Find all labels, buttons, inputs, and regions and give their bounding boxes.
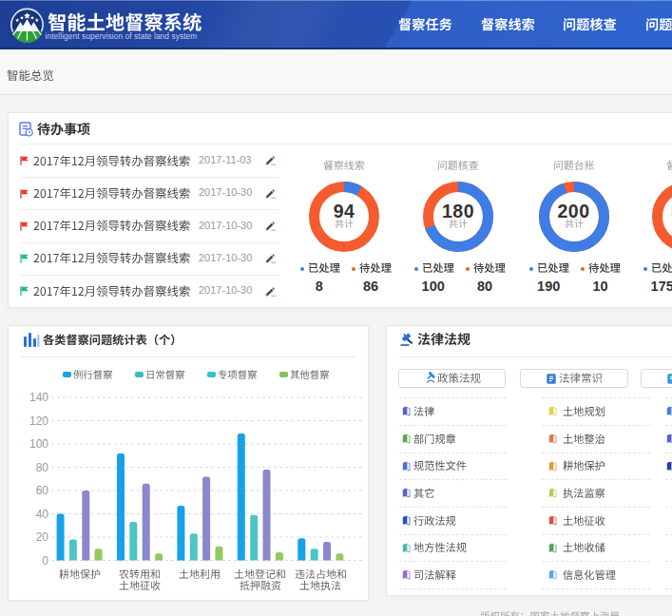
svg-text:100: 100 bbox=[29, 437, 48, 451]
svg-text:60: 60 bbox=[36, 484, 49, 497]
svg-text:40: 40 bbox=[36, 508, 49, 521]
svg-text:120: 120 bbox=[29, 414, 48, 428]
svg-text:140: 140 bbox=[29, 391, 48, 404]
svg-text:80: 80 bbox=[36, 461, 49, 474]
svg-text:0: 0 bbox=[42, 554, 48, 568]
svg-text:20: 20 bbox=[36, 530, 49, 544]
